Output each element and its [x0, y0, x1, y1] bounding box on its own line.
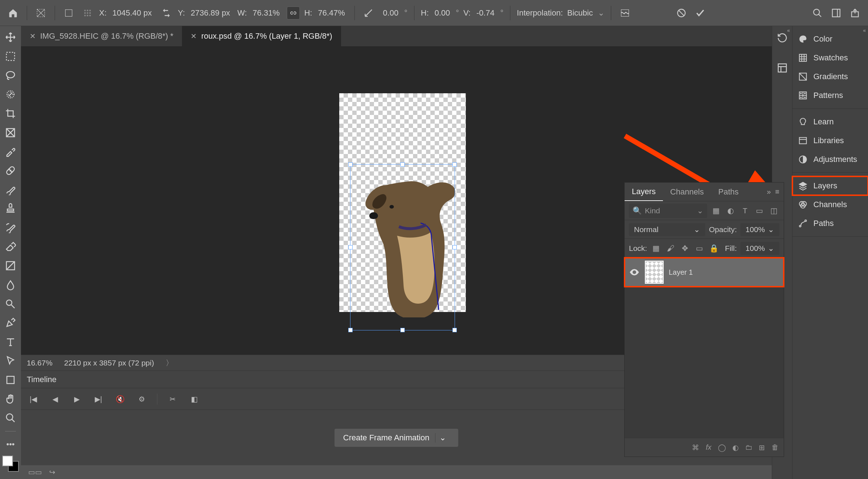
zoom-level[interactable]: 16.67% — [27, 359, 52, 367]
swap-xy-icon[interactable] — [159, 6, 174, 20]
close-icon[interactable]: ✕ — [191, 32, 197, 40]
patterns-panel-item[interactable]: Patterns — [792, 86, 868, 105]
handle-mid-left[interactable] — [348, 245, 353, 249]
link-wh-icon[interactable] — [287, 7, 300, 20]
split-icon[interactable]: ✂ — [166, 393, 179, 406]
first-frame-icon[interactable]: |◀ — [27, 393, 40, 406]
handle-mid-right[interactable] — [452, 245, 457, 249]
mask-icon[interactable]: ◯ — [718, 443, 726, 452]
paths-panel-item[interactable]: Paths — [792, 214, 868, 233]
lock-transparency-icon[interactable]: ▦ — [651, 243, 661, 254]
x-field[interactable]: X:1045.40 px — [99, 7, 155, 19]
stamp-tool-icon[interactable] — [3, 201, 18, 217]
fx-icon[interactable]: fx — [706, 443, 711, 452]
handle-top-mid[interactable] — [400, 162, 405, 167]
filter-smart-icon[interactable]: ◫ — [769, 205, 779, 216]
workspace-icon[interactable] — [829, 6, 843, 20]
adjustments-panel-item[interactable]: Adjustments — [792, 150, 868, 169]
cancel-transform-icon[interactable] — [674, 6, 689, 20]
history-panel-icon[interactable] — [777, 33, 788, 45]
home-icon[interactable] — [6, 6, 20, 20]
close-icon[interactable]: ✕ — [30, 32, 36, 40]
interpolation-select[interactable]: Bicubic⌄ — [567, 8, 604, 18]
color-swatches[interactable] — [2, 456, 19, 472]
visibility-icon[interactable] — [629, 267, 640, 278]
new-layer-icon[interactable]: ⊞ — [759, 443, 765, 452]
play-icon[interactable]: ▶ — [70, 393, 83, 406]
eyedropper-tool-icon[interactable] — [3, 144, 18, 159]
color-panel-item[interactable]: Color — [792, 30, 868, 48]
hand-tool-icon[interactable] — [3, 391, 18, 407]
zoom-tool-icon[interactable] — [3, 410, 18, 426]
blur-tool-icon[interactable] — [3, 277, 18, 293]
next-frame-icon[interactable]: ▶| — [92, 393, 105, 406]
blend-mode-select[interactable]: Normal⌄ — [629, 223, 705, 236]
layer-row[interactable]: Layer 1 — [625, 258, 784, 287]
dodge-tool-icon[interactable] — [3, 296, 18, 312]
doc-info-more-icon[interactable]: 〉 — [166, 358, 173, 368]
prev-frame-icon[interactable]: ◀ — [48, 393, 61, 406]
lock-position-icon[interactable]: ✥ — [680, 243, 690, 254]
timeline-convert-icon[interactable]: ↪ — [49, 468, 55, 476]
gradient-tool-icon[interactable] — [3, 258, 18, 274]
brush-tool-icon[interactable] — [3, 182, 18, 197]
handle-bottom-right[interactable] — [452, 328, 457, 332]
adjustment-layer-icon[interactable]: ◐ — [732, 443, 739, 452]
tab-img5928[interactable]: ✕ IMG_5928.HEIC @ 16.7% (RGB/8*) * — [21, 26, 182, 46]
filter-shape-icon[interactable]: ▭ — [754, 205, 765, 216]
layers-panel-item[interactable]: Layers — [792, 176, 868, 195]
lasso-tool-icon[interactable] — [3, 68, 18, 83]
filter-adjust-icon[interactable]: ◐ — [725, 205, 736, 216]
handle-top-left[interactable] — [348, 162, 353, 167]
timeline-menu-icon[interactable]: ▭▭ — [28, 468, 42, 476]
share-icon[interactable] — [848, 6, 862, 20]
filter-pixel-icon[interactable]: ▦ — [711, 205, 722, 216]
tab-paths[interactable]: Paths — [711, 183, 746, 201]
transform-mode-icon[interactable] — [34, 6, 48, 20]
transform-bounding-box[interactable] — [350, 164, 455, 330]
swatches-panel-item[interactable]: Swatches — [792, 48, 868, 67]
link-layers-icon[interactable]: ⌘ — [692, 443, 699, 452]
tab-roux[interactable]: ✕ roux.psd @ 16.7% (Layer 1, RGB/8*) — [182, 26, 341, 46]
panel-menu-icon[interactable]: ≡ — [775, 188, 779, 196]
collapse-icon[interactable]: « — [863, 27, 866, 33]
delete-layer-icon[interactable]: 🗑 — [771, 443, 779, 452]
chevron-down-icon[interactable]: ⌄ — [435, 433, 450, 442]
filter-type-icon[interactable]: T — [740, 205, 750, 216]
transition-icon[interactable]: ◧ — [188, 393, 201, 406]
quick-select-tool-icon[interactable] — [3, 87, 18, 102]
move-tool-icon[interactable] — [3, 30, 18, 45]
properties-panel-icon[interactable] — [777, 63, 788, 75]
libraries-panel-item[interactable]: Libraries — [792, 131, 868, 150]
pen-tool-icon[interactable] — [3, 315, 18, 331]
healing-tool-icon[interactable] — [3, 163, 18, 179]
layer-filter-kind[interactable]: 🔍Kind⌄ — [629, 204, 707, 218]
layer-name-label[interactable]: Layer 1 — [669, 268, 693, 277]
channels-panel-item[interactable]: Channels — [792, 195, 868, 214]
edit-toolbar-icon[interactable]: ••• — [3, 437, 18, 452]
lock-paint-icon[interactable]: 🖌 — [665, 243, 676, 254]
timeline-settings-icon[interactable]: ⚙ — [135, 393, 148, 406]
y-field[interactable]: Y:2736.89 px — [178, 7, 233, 19]
type-tool-icon[interactable] — [3, 334, 18, 350]
gradients-panel-item[interactable]: Gradients — [792, 67, 868, 86]
search-icon[interactable] — [810, 6, 825, 20]
opacity-field[interactable]: 100%⌄ — [740, 223, 779, 236]
fill-field[interactable]: 100%⌄ — [740, 242, 779, 255]
rotate-field[interactable]: 0.00° — [380, 7, 408, 19]
frame-tool-icon[interactable] — [3, 125, 18, 140]
mute-icon[interactable]: 🔇 — [114, 393, 127, 406]
group-icon[interactable]: 🗀 — [745, 443, 752, 452]
lock-all-icon[interactable]: 🔒 — [709, 243, 719, 254]
width-field[interactable]: W:76.31% — [237, 7, 282, 19]
tab-layers[interactable]: Layers — [625, 183, 663, 201]
eraser-tool-icon[interactable] — [3, 239, 18, 255]
reference-grid-icon[interactable] — [80, 6, 95, 20]
shear-v-field[interactable]: V:-0.74° — [463, 7, 503, 19]
path-select-icon[interactable] — [3, 353, 18, 369]
commit-transform-icon[interactable] — [693, 6, 707, 20]
shape-tool-icon[interactable] — [3, 372, 18, 388]
lock-artboard-icon[interactable]: ▭ — [694, 243, 705, 254]
shear-h-field[interactable]: H:0.00° — [421, 7, 459, 19]
learn-panel-item[interactable]: Learn — [792, 112, 868, 131]
